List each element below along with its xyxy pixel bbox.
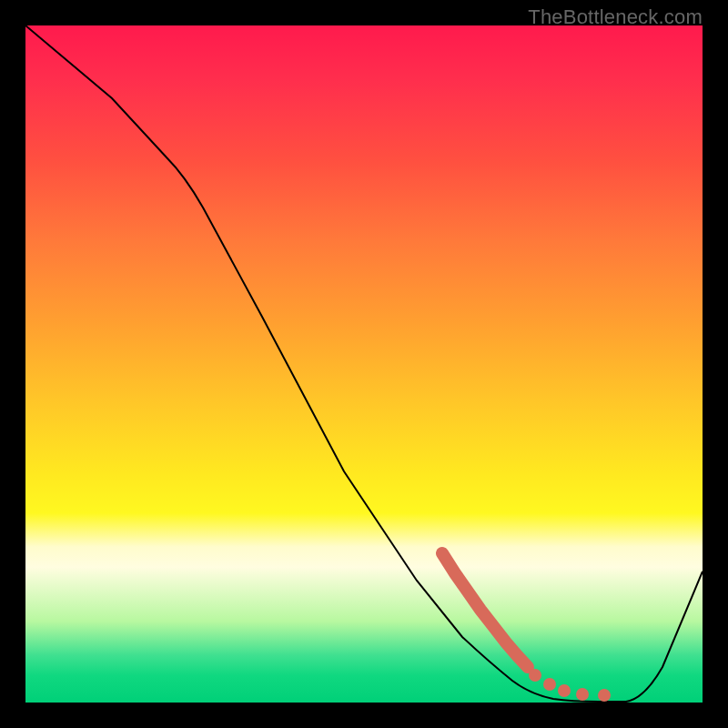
plot-area (25, 25, 703, 703)
svg-point-4 (598, 689, 611, 702)
svg-point-1 (543, 678, 556, 691)
highlight-dots (529, 669, 611, 702)
bottleneck-curve (25, 25, 703, 702)
svg-point-2 (558, 684, 571, 697)
svg-point-3 (576, 688, 589, 701)
chart-svg (25, 25, 703, 703)
svg-point-0 (529, 669, 541, 682)
chart-container: TheBottleneck.com (0, 0, 728, 728)
highlight-segment (442, 553, 528, 667)
